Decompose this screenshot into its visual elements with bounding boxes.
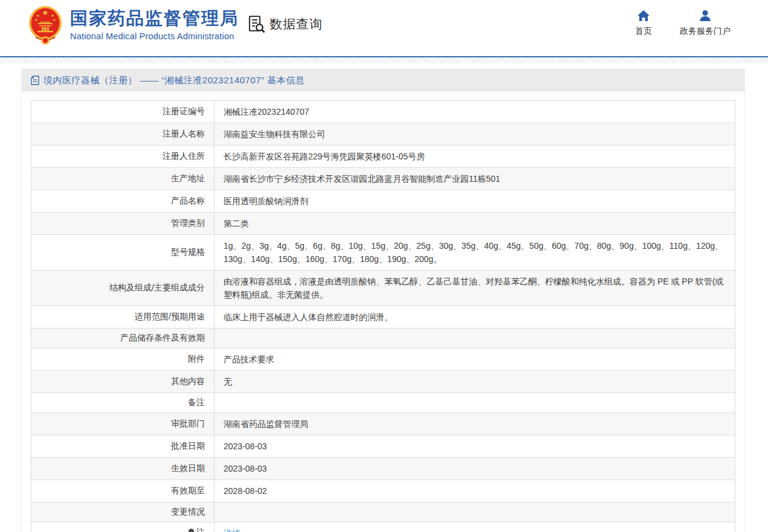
row-value: 2023-08-03 — [215, 435, 735, 458]
table-row: 变更情况 — [31, 502, 735, 522]
row-value — [215, 502, 735, 522]
row-value: 2023-08-03 — [215, 458, 735, 480]
user-icon — [699, 10, 712, 22]
row-label: 生效日期 — [31, 458, 215, 480]
row-value: 2028-08-02 — [215, 480, 735, 502]
row-label: 备注 — [31, 393, 215, 413]
nav-home-label: 首页 — [635, 26, 652, 37]
svg-text:★: ★ — [34, 18, 37, 22]
row-label: 适用范围/预期用途 — [31, 306, 215, 328]
site-header: ★ ★ ★ ★ ★ 国家药品监督管理局 National Medical Pro… — [0, 0, 768, 56]
row-label: 批准日期 — [31, 435, 215, 458]
table-row: 有效期至 2028-08-02 — [31, 480, 735, 502]
table-row: 产品名称 医用透明质酸钠润滑剂 — [31, 190, 735, 213]
table-row: 注册证编号 湘械注准20232140707 — [31, 101, 735, 123]
row-label: 生产地址 — [31, 168, 215, 190]
document-icon — [31, 75, 39, 85]
row-label: 产品名称 — [31, 190, 215, 213]
row-label: 有效期至 — [31, 480, 215, 502]
table-row: 注册人名称 湖南益安生物科技有限公司 — [31, 123, 735, 146]
table-row-note: 注 详情 — [31, 522, 735, 532]
svg-text:★: ★ — [53, 18, 56, 22]
header-divider-hatch — [0, 57, 768, 63]
table-row: 附件 产品技术要求 — [31, 348, 735, 371]
row-label: 注册人住所 — [31, 146, 215, 168]
row-label-note: 注 — [31, 522, 215, 532]
detail-link[interactable]: 详情 — [224, 528, 240, 532]
row-value: 医用透明质酸钠润滑剂 — [215, 190, 735, 213]
page-title-bar: 境内医疗器械（注册） —— “湘械注准20232140707” 基本信息 — [21, 69, 745, 92]
row-value: 无 — [215, 371, 735, 393]
national-emblem-logo: ★ ★ ★ ★ ★ — [28, 4, 63, 46]
home-icon — [637, 10, 650, 22]
main-content: 境内医疗器械（注册） —— “湘械注准20232140707” 基本信息 注册证… — [21, 69, 745, 532]
row-label: 其他内容 — [31, 371, 215, 393]
table-row: 结构及组成/主要组成成分 由溶液和容器组成，溶液是由透明质酸钠、苯氧乙醇、乙基己… — [31, 271, 735, 306]
table-row: 其他内容 无 — [31, 371, 735, 393]
row-value: 长沙高新开发区谷苑路229号海凭园聚英楼601-05号房 — [215, 146, 735, 168]
nav-item-gov-portal[interactable]: 政务服务门户 — [680, 10, 731, 37]
svg-text:★: ★ — [42, 8, 49, 17]
row-value: 湖南省长沙市宁乡经济技术开发区谐园北路蓝月谷智能制造产业园11栋501 — [215, 168, 735, 190]
row-label: 产品储存条件及有效期 — [31, 328, 215, 348]
table-row: 生效日期 2023-08-03 — [31, 458, 735, 480]
row-label: 变更情况 — [31, 502, 215, 522]
table-row: 批准日期 2023-08-03 — [31, 435, 735, 458]
table-row: 注册人住所 长沙高新开发区谷苑路229号海凭园聚英楼601-05号房 — [31, 146, 735, 168]
bulb-icon — [188, 528, 195, 532]
table-row: 适用范围/预期用途 临床上用于器械进入人体自然腔道时的润滑。 — [31, 306, 735, 328]
data-query-section[interactable]: 数据查询 — [248, 14, 323, 34]
row-value: 湘械注准20232140707 — [215, 101, 735, 123]
data-query-label: 数据查询 — [269, 16, 323, 33]
registration-info-table: 注册证编号 湘械注准20232140707 注册人名称 湖南益安生物科技有限公司… — [31, 100, 735, 532]
row-label: 注册人名称 — [31, 123, 215, 146]
row-label: 结构及组成/主要组成成分 — [31, 271, 215, 306]
row-value: 临床上用于器械进入人体自然腔道时的润滑。 — [215, 306, 735, 328]
site-brand: 国家药品监督管理局 National Medical Products Admi… — [70, 8, 239, 41]
top-nav: 首页 政务服务门户 — [635, 10, 731, 37]
row-value: 1g、2g、3g、4g、5g、6g、8g、10g、15g、20g、25g、30g… — [215, 235, 735, 271]
page-title: 境内医疗器械（注册） —— “湘械注准20232140707” 基本信息 — [44, 75, 305, 86]
row-label: 型号规格 — [31, 235, 215, 271]
row-label: 管理类别 — [31, 213, 215, 235]
table-row: 产品储存条件及有效期 — [31, 328, 735, 348]
table-row: 型号规格 1g、2g、3g、4g、5g、6g、8g、10g、15g、20g、25… — [31, 235, 735, 271]
row-label: 附件 — [31, 348, 215, 371]
table-row: 管理类别 第二类 — [31, 213, 735, 235]
row-value — [215, 328, 735, 348]
detail-panel: 注册证编号 湘械注准20232140707 注册人名称 湖南益安生物科技有限公司… — [21, 92, 745, 532]
org-name-en: National Medical Products Administration — [70, 31, 239, 41]
row-label: 注册证编号 — [31, 101, 215, 123]
row-value: 产品技术要求 — [215, 348, 735, 371]
org-name-cn: 国家药品监督管理局 — [70, 8, 239, 28]
row-value: 湖南益安生物科技有限公司 — [215, 123, 735, 146]
nav-item-home[interactable]: 首页 — [635, 10, 652, 37]
row-value: 湖南省药品监督管理局 — [215, 413, 735, 435]
document-search-icon — [248, 14, 266, 34]
row-value: 第二类 — [215, 213, 735, 235]
row-value-note: 详情 — [215, 522, 735, 532]
table-row: 备注 — [31, 393, 735, 413]
row-label: 审批部门 — [31, 413, 215, 435]
table-row: 生产地址 湖南省长沙市宁乡经济技术开发区谐园北路蓝月谷智能制造产业园11栋501 — [31, 168, 735, 190]
svg-text:★: ★ — [36, 14, 39, 18]
note-label-text: 注 — [196, 527, 205, 532]
row-value: 由溶液和容器组成，溶液是由透明质酸钠、苯氧乙醇、乙基己基甘油、对羟基苯乙酮、柠檬… — [215, 271, 735, 306]
svg-text:★: ★ — [51, 14, 54, 18]
row-value — [215, 393, 735, 413]
nav-portal-label: 政务服务门户 — [680, 26, 731, 37]
table-row: 审批部门 湖南省药品监督管理局 — [31, 413, 735, 435]
